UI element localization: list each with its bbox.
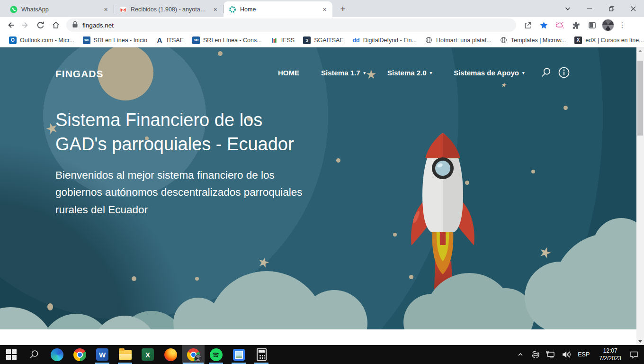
home-button[interactable] (48, 18, 63, 32)
bookmark-iess[interactable]: IESS (266, 35, 299, 46)
tab-title: WhatsApp (21, 6, 98, 13)
nav-sistemas-apoyo[interactable]: Sistemas de Apoyo ▾ (454, 69, 524, 77)
tray-volume-icon[interactable] (560, 348, 572, 361)
bookmark-sri-inicio[interactable]: SRI SRI en Línea - Inicio (79, 35, 152, 46)
tab-close-icon[interactable]: × (211, 5, 219, 13)
toolbar-actions: ⋮ (520, 18, 628, 32)
extension-cloud-icon[interactable] (552, 18, 567, 32)
page-scrollbar[interactable] (636, 47, 644, 345)
fingads-page: ★ ★ ★ ★ ★ (0, 47, 636, 329)
star-dot (47, 303, 53, 310)
hero-section: Sistema Financiero de los GAD's parroqui… (55, 108, 321, 219)
star-graphic: ★ (537, 244, 554, 262)
extensions-puzzle-icon[interactable] (568, 18, 583, 32)
fingads-favicon (228, 5, 236, 13)
hero-title: Sistema Financiero de los GAD's parroqui… (55, 108, 313, 156)
taskbar-photos[interactable] (227, 345, 250, 364)
page-viewport: ★ ★ ★ ★ ★ (0, 47, 644, 345)
close-window-button[interactable] (622, 0, 644, 17)
nav-label: Sistema 1.7 (321, 69, 360, 77)
globe-favicon (500, 36, 508, 44)
tab-close-icon[interactable]: × (321, 5, 329, 13)
clock[interactable]: 12:07 7/2/2023 (595, 347, 625, 362)
taskbar-chrome[interactable] (68, 345, 91, 364)
dropdown-caret-icon: ▾ (364, 71, 366, 75)
reload-button[interactable] (33, 18, 48, 32)
tab-title: Recibidos (1.908) - anyotaku1606 (131, 6, 207, 13)
bookmark-itsae[interactable]: A ITSAE (152, 35, 188, 46)
restore-button[interactable] (600, 0, 622, 17)
taskbar-file-explorer[interactable] (114, 345, 136, 364)
star-dot (132, 276, 136, 281)
taskbar-excel[interactable]: X (136, 345, 159, 364)
new-tab-button[interactable]: + (336, 2, 349, 16)
site-nav: HOME Sistema 1.7 ▾ Sistema 2.0 ▾ Sistema… (278, 69, 525, 77)
bookmarks-bar: O Outlook.com - Micr... SRI SRI en Línea… (0, 33, 644, 47)
bookmark-edx[interactable]: X edX | Cursos en líne... (570, 35, 644, 46)
bookmark-hotmart[interactable]: Hotmart: una plataf... (421, 35, 496, 46)
photos-icon (233, 349, 245, 361)
bookmark-label: SGAITSAE (314, 37, 344, 44)
taskbar-word[interactable]: W (91, 345, 114, 364)
address-bar[interactable]: fingads.net (66, 18, 516, 32)
tab-title: Home (240, 6, 317, 13)
nav-sistema-17[interactable]: Sistema 1.7 ▾ (321, 69, 366, 77)
side-panel-icon[interactable] (584, 18, 599, 32)
back-button[interactable] (3, 18, 18, 32)
bookmark-templates[interactable]: Templates | Microw... (496, 35, 570, 46)
nav-home[interactable]: HOME (278, 69, 299, 77)
system-tray: ESP 12:07 7/2/2023 (514, 347, 644, 362)
calculator-icon (257, 348, 267, 361)
taskbar-spotify[interactable] (205, 345, 227, 364)
nav-label: Sistemas de Apoyo (454, 69, 519, 77)
taskbar-calculator[interactable] (250, 345, 273, 364)
browser-menu-icon[interactable]: ⋮ (617, 21, 628, 29)
taskbar-firefox[interactable] (159, 345, 182, 364)
bookmark-digitaldefynd[interactable]: dd DigitalDefynd - Fin... (348, 35, 421, 46)
profile-avatar[interactable] (600, 18, 616, 32)
taskbar-search-button[interactable] (23, 345, 45, 364)
bookmark-label: ITSAE (167, 37, 184, 44)
tray-chevron-icon[interactable] (514, 348, 527, 361)
start-button[interactable] (0, 345, 23, 364)
site-info-icon[interactable] (558, 66, 570, 79)
address-url[interactable]: fingads.net (82, 22, 114, 29)
language-indicator[interactable]: ESP (575, 351, 592, 358)
nav-sistema-20[interactable]: Sistema 2.0 ▾ (387, 69, 432, 77)
bookmark-star-icon[interactable] (536, 18, 551, 32)
bookmark-label: IESS (281, 37, 295, 44)
taskbar-chrome-active[interactable] (182, 345, 205, 364)
scroll-down-arrow[interactable] (636, 338, 644, 345)
tab-whatsapp[interactable]: WhatsApp × (5, 1, 114, 17)
tray-network-icon[interactable] (545, 348, 557, 361)
minimize-button[interactable] (579, 0, 600, 17)
browser-toolbar: fingads.net ⋮ (0, 17, 644, 33)
digitaldefynd-favicon: dd (352, 36, 360, 44)
word-icon: W (96, 348, 108, 361)
firefox-icon (164, 348, 177, 361)
desktop-screen: WhatsApp × Recibidos (1.908) - anyotaku1… (0, 0, 644, 364)
bookmark-sri-consultas[interactable]: SRI SRI en Línea - Cons... (188, 35, 266, 46)
forward-button[interactable] (18, 18, 33, 32)
site-logo[interactable]: FINGADS (55, 68, 104, 80)
bookmark-outlook[interactable]: O Outlook.com - Micr... (5, 35, 79, 46)
sgaitsae-favicon: S (303, 36, 311, 44)
action-center-icon[interactable] (628, 348, 640, 361)
lock-icon[interactable] (72, 21, 78, 29)
sri-favicon: SRI (192, 36, 200, 44)
outlook-favicon: O (9, 36, 17, 44)
share-icon[interactable] (520, 18, 535, 32)
bookmark-sgaitsae[interactable]: S SGAITSAE (299, 35, 348, 46)
edge-icon (51, 348, 63, 361)
scroll-up-arrow[interactable] (636, 47, 644, 55)
tab-search-button[interactable] (557, 0, 579, 17)
scrollbar-thumb[interactable] (637, 61, 643, 136)
excel-icon: X (142, 348, 154, 361)
tray-cast-icon[interactable] (529, 348, 542, 361)
site-search-icon[interactable] (540, 66, 552, 79)
tab-gmail[interactable]: Recibidos (1.908) - anyotaku1606 × (114, 1, 223, 17)
tab-close-icon[interactable]: × (102, 5, 110, 13)
itsae-favicon: A (156, 36, 163, 44)
tab-home-active[interactable]: Home × (224, 1, 332, 17)
taskbar-edge[interactable] (45, 345, 68, 364)
